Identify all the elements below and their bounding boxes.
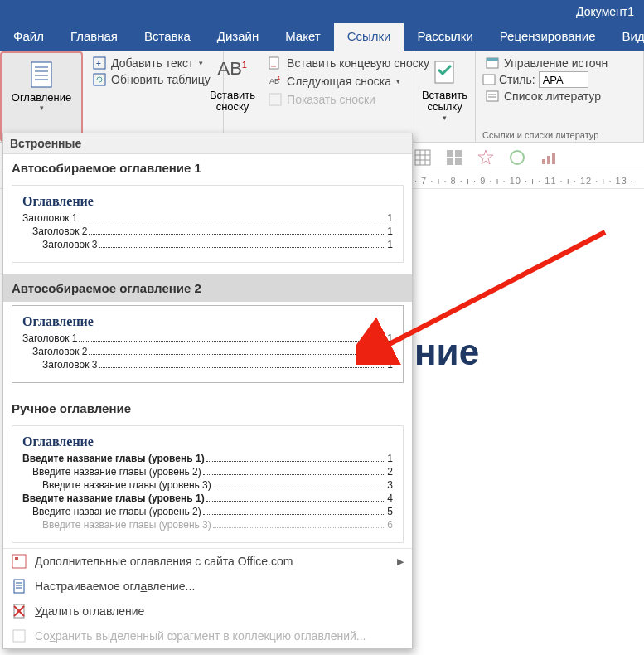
preview-heading: Оглавление <box>22 194 393 209</box>
remove-icon <box>12 604 27 619</box>
auto-toc-1-preview[interactable]: Оглавление Заголовок 11 Заголовок 21 Заг… <box>12 185 404 263</box>
star-icon[interactable] <box>477 149 494 166</box>
toc-icon <box>27 60 56 90</box>
plus-text-icon: + <box>93 56 106 70</box>
style-combobox[interactable] <box>539 71 588 88</box>
tab-references[interactable]: Ссылки <box>334 23 404 51</box>
dropdown-caret-icon: ▾ <box>40 104 44 112</box>
svg-rect-34 <box>12 555 26 568</box>
svg-point-30 <box>511 151 524 164</box>
toc-button-label: Оглавление <box>12 91 71 104</box>
gallery-category-header: Встроенные <box>3 133 412 154</box>
group-toc: Оглавление ▾ <box>0 51 83 142</box>
show-footnotes-label: Показать сноски <box>287 93 375 106</box>
svg-rect-15 <box>487 58 498 61</box>
svg-rect-32 <box>547 156 550 164</box>
document-icon <box>12 579 27 594</box>
save-selection-label: Сохранить выделенный фрагмент в коллекци… <box>35 629 366 643</box>
tab-mailings[interactable]: Рассылки <box>404 23 486 51</box>
add-text-button[interactable]: + Добавить текст ▾ <box>90 55 206 71</box>
svg-rect-7 <box>94 74 105 85</box>
insert-citation-button[interactable]: Вставить ссылку ▾ <box>417 55 472 125</box>
ruler-ticks: · 7 · ı · 8 · ı · 9 · ı · 10 · ı · 11 · … <box>414 176 634 186</box>
svg-rect-26 <box>455 150 462 157</box>
svg-rect-31 <box>542 159 545 164</box>
update-table-label: Обновить таблицу <box>111 73 211 86</box>
endnote-icon <box>269 56 282 70</box>
preview-heading: Оглавление <box>22 434 393 449</box>
insert-footnote-button[interactable]: АВ1 Вставить сноску <box>205 55 260 117</box>
manage-sources-icon <box>486 56 499 70</box>
svg-marker-29 <box>478 150 493 164</box>
toc-button[interactable]: Оглавление ▾ <box>7 56 76 115</box>
table-icon[interactable] <box>414 149 431 166</box>
tab-review[interactable]: Рецензирование <box>487 23 609 51</box>
svg-rect-27 <box>447 158 453 165</box>
citation-style-row: Стиль: <box>482 71 588 88</box>
tab-home[interactable]: Главная <box>57 23 131 51</box>
show-footnotes-button: Показать сноски <box>265 91 433 108</box>
auto-toc-2-preview[interactable]: Оглавление Заголовок 11 Заголовок 21 Заг… <box>12 305 404 383</box>
svg-rect-20 <box>415 150 430 165</box>
insert-footnote-label: Вставить сноску <box>210 90 255 114</box>
style-icon <box>482 73 496 86</box>
ribbon-tabs: Файл Главная Вставка Дизайн Макет Ссылки… <box>0 23 644 51</box>
preview-heading: Оглавление <box>22 314 393 329</box>
tab-insert[interactable]: Вставка <box>131 23 204 51</box>
style-label: Стиль: <box>499 73 535 86</box>
auto-toc-1-title[interactable]: Автособираемое оглавление 1 <box>3 154 412 182</box>
document-name: Документ1 <box>576 5 634 18</box>
bibliography-icon <box>486 90 499 103</box>
tab-view[interactable]: Вид <box>609 23 644 51</box>
custom-toc-label: Настраиваемое оглавление... <box>35 580 195 593</box>
dropdown-caret-icon: ▾ <box>396 77 400 85</box>
title-bar: Документ1 <box>0 0 644 23</box>
svg-rect-28 <box>455 158 462 165</box>
svg-rect-36 <box>14 580 24 593</box>
save-gallery-icon <box>12 628 27 643</box>
refresh-icon <box>93 73 106 86</box>
manual-toc-preview[interactable]: Оглавление Введите название главы (урове… <box>12 425 404 543</box>
insert-citation-label: Вставить ссылку <box>422 90 467 114</box>
save-selection-button: Сохранить выделенный фрагмент в коллекци… <box>3 623 412 648</box>
document-area[interactable]: ние <box>414 191 644 655</box>
add-text-label: Добавить текст <box>111 56 194 70</box>
custom-toc-button[interactable]: Настраиваемое оглавление... <box>3 574 412 599</box>
svg-rect-8 <box>269 57 278 69</box>
svg-rect-33 <box>552 153 555 164</box>
manual-toc-title[interactable]: Ручное оглавление <box>3 395 412 422</box>
next-footnote-icon: АВ1 <box>269 75 282 88</box>
insert-endnote-button[interactable]: Вставить концевую сноску <box>265 55 433 71</box>
svg-rect-12 <box>269 94 281 105</box>
grid-icon[interactable] <box>446 149 462 166</box>
bars-icon[interactable] <box>540 149 557 166</box>
tab-layout[interactable]: Макет <box>272 23 333 51</box>
more-toc-office-label: Дополнительные оглавления с сайта Office… <box>35 555 293 568</box>
show-footnotes-icon <box>269 93 282 106</box>
tab-design[interactable]: Дизайн <box>204 23 272 51</box>
more-toc-office-button[interactable]: Дополнительные оглавления с сайта Office… <box>3 549 412 574</box>
bibliography-button[interactable]: Список литератур <box>482 88 604 104</box>
next-footnote-button[interactable]: АВ1 Следующая сноска ▾ <box>265 73 433 90</box>
office-icon <box>12 554 27 569</box>
tab-file[interactable]: Файл <box>0 23 57 51</box>
remove-toc-button[interactable]: Удалить оглавление <box>3 599 412 623</box>
auto-toc-2-title[interactable]: Автособираемое оглавление 2 <box>3 274 412 302</box>
bibliography-label: Список литератур <box>504 90 601 103</box>
footnote-icon: АВ1 <box>218 58 248 88</box>
citation-icon <box>430 58 460 88</box>
dropdown-caret-icon: ▾ <box>443 114 447 122</box>
group-footnotes: АВ1 Вставить сноску Вставить концевую сн… <box>224 51 414 142</box>
svg-rect-43 <box>13 630 25 642</box>
svg-text:+: + <box>96 59 101 68</box>
svg-text:1: 1 <box>278 75 281 80</box>
group-insert-link: Вставить ссылку ▾ <box>414 51 476 142</box>
circle-icon[interactable] <box>509 149 525 166</box>
next-footnote-label: Следующая сноска <box>287 75 391 88</box>
group-citations: Управление источн Стиль: Список литерату… <box>476 51 644 142</box>
insert-endnote-label: Вставить концевую сноску <box>287 56 429 70</box>
update-table-button[interactable]: Обновить таблицу <box>90 71 214 88</box>
document-heading-fragment: ние <box>414 332 644 373</box>
svg-rect-17 <box>487 91 498 101</box>
manage-sources-button[interactable]: Управление источн <box>482 55 611 71</box>
